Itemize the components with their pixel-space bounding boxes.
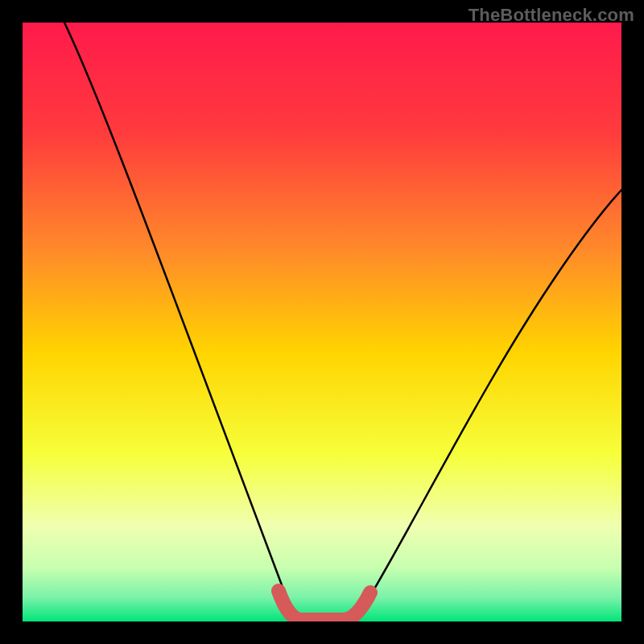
watermark-text: TheBottleneck.com — [469, 5, 634, 26]
bottleneck-chart — [23, 23, 621, 621]
chart-frame: TheBottleneck.com — [0, 0, 644, 644]
gradient-background — [23, 23, 621, 621]
chart-svg — [23, 23, 621, 621]
